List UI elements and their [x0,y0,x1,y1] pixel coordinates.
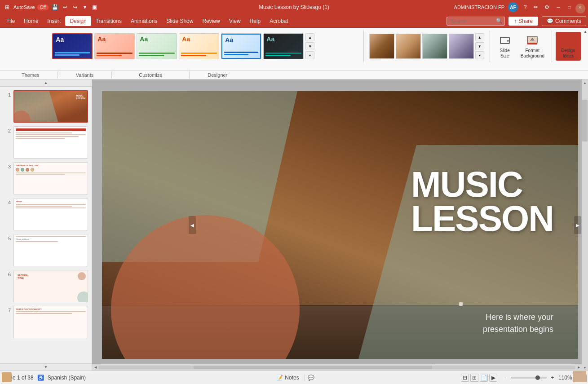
slide-thumb-7[interactable]: 7 WHAT IS THIS TOPIC ABOUT? [4,306,88,338]
v-scroll-down[interactable]: ▼ [582,364,588,371]
menu-help[interactable]: Help [245,16,265,26]
restore-button[interactable]: □ [565,3,574,12]
minimize-button[interactable]: ─ [554,3,563,12]
prev-arrow-icon: ◀ [190,223,194,228]
more-tools-button[interactable]: ▾ [81,4,88,11]
slideshow-button[interactable]: ▶ [489,374,497,382]
menu-bar-right: 🔍 ↑ Share 💬 Comments [447,16,586,26]
design-ideas-button[interactable]: DesignIdeas [556,32,581,61]
slide-thumb-5[interactable]: 5 "Quote text here..." [4,234,88,266]
normal-view-button[interactable]: ⊟ [461,374,469,382]
variant-4[interactable] [449,34,474,59]
user-avatar[interactable]: AF [508,2,518,12]
v-scroll-thumb[interactable] [582,100,588,141]
theme-item-6[interactable]: Aa [263,33,304,59]
zoom-in-button[interactable]: + [548,374,557,382]
comments-button[interactable]: 💬 Comments [542,16,586,26]
language: Spanish (Spain) [48,375,86,381]
zoom-thumb [535,375,540,380]
menu-review[interactable]: Review [198,16,224,26]
status-right: ⊟ ⊞ 📄 ▶ – + 110% ⊡ [461,374,584,382]
slide-thumb-6[interactable]: 6 SECTIONTITLE [4,270,88,302]
slide-thumb-2[interactable]: 2 [4,126,88,159]
slide-canvas[interactable]: MUSIC LESSON Here is where yourpresentat… [102,91,578,359]
next-slide-button[interactable]: ▶ [574,216,581,234]
format-background-button[interactable]: FormatBackground [517,32,548,61]
menu-transitions[interactable]: Transitions [91,16,126,26]
status-left: Slide 1 of 38 ♿ Spanish (Spain) [4,375,461,381]
ribbon-footer: Themes Variants Customize Designer [0,70,588,79]
theme-item-3[interactable]: Aa [137,33,177,59]
zoom-slider[interactable] [511,377,547,379]
zoom-out-button[interactable]: – [501,374,509,382]
slide-size-button[interactable]: SlideSize [494,32,516,61]
h-scroll-right[interactable]: ▶ [575,364,582,371]
s4-title: VENUS [16,200,86,203]
variants-scroll-more[interactable]: ▾ [475,51,484,59]
settings-icon[interactable]: ⚙ [543,4,550,11]
menu-bar: File Home Insert Design Transitions Anim… [0,14,588,28]
accessibility-icon[interactable]: ♿ [37,375,44,381]
undo-button[interactable]: ↩ [62,4,69,11]
menu-file[interactable]: File [2,16,19,26]
slide-preview-7[interactable]: WHAT IS THIS TOPIC ABOUT? [13,306,88,338]
h-scroll-left[interactable]: ◀ [92,364,98,371]
menu-acrobat[interactable]: Acrobat [265,16,292,26]
slide-thumb-4[interactable]: 4 VENUS [4,198,88,230]
slide-preview-2[interactable] [13,126,88,159]
design-ideas-icon [561,34,575,48]
designer-footer-label: Designer [190,71,245,79]
themes-scroll-down[interactable]: ▼ [305,42,314,50]
slide-preview-1[interactable]: MUSICLESSON [13,90,88,123]
slide-subtitle[interactable]: Here is where yourpresentation begins [483,311,553,335]
slide-preview-5[interactable]: "Quote text here..." [13,234,88,266]
menu-view[interactable]: View [225,16,245,26]
menu-home[interactable]: Home [19,16,43,26]
notes-button[interactable]: 📝 Notes [274,374,301,382]
slides-scroll-up[interactable]: ▲ [0,79,92,87]
variant-3[interactable] [422,34,447,59]
autosave-toggle[interactable]: Off [37,4,49,11]
share-button[interactable]: ↑ Share [508,17,538,26]
theme-item-1[interactable]: Aa [52,33,93,59]
slides-panel: ▲ 1 MUSICLESSON 2 [0,79,92,371]
v-scroll-up[interactable]: ▲ [582,79,588,86]
theme-item-5[interactable]: Aa [221,33,261,59]
themes-section: Aa Aa [4,31,364,62]
slide-preview-4[interactable]: VENUS [13,198,88,230]
ribbon-collapse[interactable]: ▲ [584,30,587,34]
slide-preview-3[interactable]: FEATURES OF THIS TOPIC [13,162,88,194]
variants-scroll-up[interactable]: ▲ [475,33,484,41]
slide-sorter-button[interactable]: ⊞ [470,374,478,382]
prev-slide-button[interactable]: ◀ [189,216,196,234]
reading-view-button[interactable]: 📄 [480,374,488,382]
s6-circle1 [78,272,86,280]
h-scroll-thumb[interactable] [194,366,432,369]
next-arrow-icon: ▶ [576,223,579,228]
themes-scroll-up[interactable]: ▲ [305,33,314,41]
menu-slideshow[interactable]: Slide Show [162,16,198,26]
variant-1[interactable] [369,34,394,59]
menu-animations[interactable]: Animations [126,16,162,26]
themes-scroll-more[interactable]: ▾ [305,51,314,59]
save-button[interactable]: 💾 [52,4,59,11]
designer-section: DesignIdeas [552,31,584,62]
comments-status-button[interactable]: 💬 [308,375,314,381]
menu-insert[interactable]: Insert [43,16,65,26]
theme-item-2[interactable]: Aa [94,33,135,59]
slide-title-music[interactable]: MUSIC LESSON [411,168,553,236]
variant-2[interactable] [396,34,421,59]
slides-scroll-down[interactable]: ▼ [0,363,92,371]
slide-thumb-3[interactable]: 3 FEATURES OF THIS TOPIC [4,162,88,194]
slide-num-3: 3 [4,162,11,169]
help-icon[interactable]: ? [522,4,529,11]
slide-preview-6[interactable]: SECTIONTITLE [13,270,88,302]
menu-design[interactable]: Design [65,16,91,26]
design-ideas-label: DesignIdeas [561,48,575,59]
s6-title: SECTIONTITLE [18,274,27,279]
theme-item-4[interactable]: Aa [179,33,219,59]
slide-thumb-1[interactable]: 1 MUSICLESSON [4,90,88,123]
variants-scroll-down[interactable]: ▼ [475,42,484,50]
feedback-icon[interactable]: ✏ [532,4,539,11]
redo-button[interactable]: ↪ [71,4,79,11]
